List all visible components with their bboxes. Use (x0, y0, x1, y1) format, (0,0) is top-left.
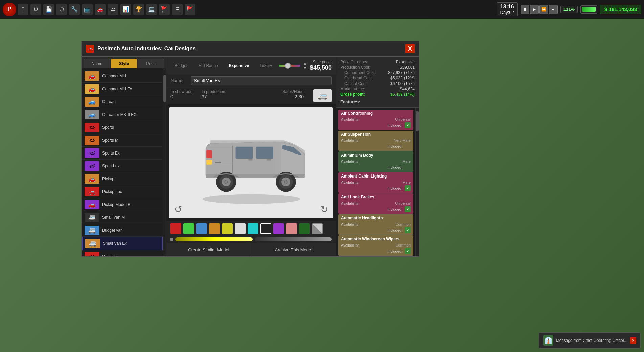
car-list-item[interactable]: 🏎Sports (82, 121, 163, 134)
included-check: ✓ (405, 185, 411, 191)
car-list-panel: Name Style Price 🚗Compact Mid🚗Compact Mi… (82, 57, 166, 256)
features-header: Price Category: Expensive Production Cos… (336, 57, 419, 108)
racing-icon[interactable]: 🏎 (108, 4, 118, 15)
day-value: Day:62 (500, 10, 514, 15)
features-scroll-thumb[interactable] (416, 111, 419, 131)
car-list-item[interactable]: 🚙Offroad (82, 95, 163, 108)
car-list-item[interactable]: 🚗Compact Mid Ex (82, 83, 163, 95)
car-list-item[interactable]: 🏎Supercar (82, 250, 163, 256)
scrollbar-thumb[interactable] (163, 75, 166, 102)
color-swatch-yellow[interactable] (222, 223, 233, 234)
availability-label: Availability: (341, 159, 360, 163)
car-list-item[interactable]: 🚗Pickup Lux (82, 185, 163, 198)
price-tab-midrange[interactable]: Mid-Range (194, 62, 222, 69)
car-list-item[interactable]: 🚗Pickup Model B (82, 198, 163, 211)
rotate-right-button[interactable]: ↻ (320, 204, 328, 215)
price-tab-luxury[interactable]: Luxury (256, 62, 276, 69)
price-range-bar: Budget Mid-Range Expensive Luxury ▲ ▼ Sa… (166, 57, 336, 74)
tab-price[interactable]: Price (138, 59, 164, 68)
tools-icon[interactable]: 🔧 (69, 4, 80, 15)
car-item-thumbnail: 🚗 (85, 174, 99, 184)
settings-icon[interactable]: ⚙ (30, 4, 41, 15)
color-swatch-cyan[interactable] (248, 223, 258, 234)
car-icon[interactable]: 🚗 (95, 4, 106, 15)
dialog-close-button[interactable]: X (405, 44, 415, 53)
color-swatch-blue[interactable] (196, 223, 207, 234)
svg-rect-3 (215, 162, 221, 163)
feature-item: Aluminium Body Availability: Rare Includ… (338, 151, 413, 172)
color-swatch-pink[interactable] (286, 223, 297, 234)
included-label: Included: (387, 144, 402, 148)
color-swatch-green[interactable] (183, 223, 194, 234)
price-tab-budget[interactable]: Budget (170, 62, 191, 69)
feature-availability: Availability: Universal (338, 117, 413, 122)
toolbar-icons: ? ⚙ 💾 ⬡ 🔧 📺 🚗 🏎 📊 🏆 💻 🚩 🖥 🚩 (18, 4, 495, 15)
tab-name[interactable]: Name (84, 59, 110, 68)
tv-icon[interactable]: 📺 (82, 4, 93, 15)
price-slider[interactable] (279, 62, 300, 69)
car-item-thumbnail: 🏎 (85, 148, 99, 158)
in-production-value: 37 (202, 94, 226, 99)
included-label: Included: (387, 123, 402, 127)
car-name-label: Name: (170, 78, 187, 83)
tab-style[interactable]: Style (111, 59, 137, 68)
car-list-item[interactable]: 🚐Budget van (82, 224, 163, 237)
price-tab-expensive[interactable]: Expensive (225, 62, 253, 69)
car-list-item[interactable]: 🏎Sport Lux (82, 160, 163, 172)
rotate-left-button[interactable]: ↺ (174, 204, 182, 215)
car-list-item[interactable]: 🚙Offroader MK II EX (82, 108, 163, 121)
price-down-button[interactable]: ▼ (303, 66, 307, 70)
brightness-slider[interactable] (255, 237, 332, 241)
chart-icon[interactable]: 📊 (120, 4, 131, 15)
flag-icon[interactable]: 🚩 (159, 4, 170, 15)
feature-item: Air Suspension Availability: Very Rare I… (338, 131, 413, 151)
included-label: Included: (387, 165, 402, 169)
car-list-scrollbar[interactable] (163, 68, 166, 256)
car-item-name: Compact Mid Ex (102, 87, 132, 91)
in-showroom-label: In showroom: (170, 89, 195, 94)
custom-color-picker[interactable] (312, 223, 323, 234)
car-item-name: Small Van M (102, 215, 125, 220)
color-swatch-purple[interactable] (273, 223, 284, 234)
play-button[interactable]: ▶ (530, 5, 539, 14)
features-scrollbar[interactable] (415, 108, 419, 256)
color-swatch-red[interactable] (170, 223, 181, 234)
car-name-input[interactable] (191, 76, 332, 85)
car-list-item[interactable]: 🏎Sports Ex (82, 147, 163, 160)
car-list-item[interactable]: 🚐Small Van Ex (82, 237, 163, 250)
included-check: ✓ (405, 227, 411, 233)
polygon-icon[interactable]: ⬡ (56, 4, 67, 15)
feature-included-row: Included: ✓ (338, 248, 413, 256)
color-swatch-black[interactable] (260, 223, 271, 234)
color-swatch-white[interactable] (235, 223, 246, 234)
pause-button[interactable]: ⏸ (521, 5, 529, 14)
create-similar-button[interactable]: Create Similar Model (166, 243, 251, 256)
trophy-icon[interactable]: 🏆 (133, 4, 144, 15)
production-cost-value: $39,061 (400, 65, 415, 70)
color-swatch-orange[interactable] (209, 223, 220, 234)
feature-name: Air Conditioning (338, 110, 413, 117)
car-item-name: Supercar (102, 254, 119, 257)
notification-close-button[interactable]: × (630, 337, 636, 344)
car-list-item[interactable]: 🚗Pickup (82, 172, 163, 185)
market-value-value: $44,624 (400, 87, 415, 91)
hue-slider[interactable] (175, 237, 253, 241)
feature-name: Automatic Headlights (338, 214, 413, 222)
flag2-icon[interactable]: 🚩 (185, 4, 196, 15)
computer-icon[interactable]: 💻 (146, 4, 157, 15)
car-item-name: Sports (102, 125, 114, 130)
color-swatch-dark-green[interactable] (299, 223, 310, 234)
archive-model-button[interactable]: Archive This Model (251, 243, 336, 256)
svg-rect-27 (266, 159, 271, 160)
fast-forward-button[interactable]: ⏩ (539, 5, 548, 14)
skip-button[interactable]: ⏭ (549, 5, 558, 14)
save-icon[interactable]: 💾 (43, 4, 54, 15)
svg-rect-5 (235, 146, 253, 158)
screen-icon[interactable]: 🖥 (172, 4, 183, 15)
car-item-name: Offroader MK II EX (102, 112, 136, 117)
car-list-item[interactable]: 🏎Sports M (82, 134, 163, 147)
help-icon[interactable]: ? (18, 4, 28, 15)
car-list-item[interactable]: 🚐Small Van M (82, 211, 163, 224)
car-list-item[interactable]: 🚗Compact Mid (82, 70, 163, 83)
price-up-button[interactable]: ▲ (303, 61, 307, 65)
